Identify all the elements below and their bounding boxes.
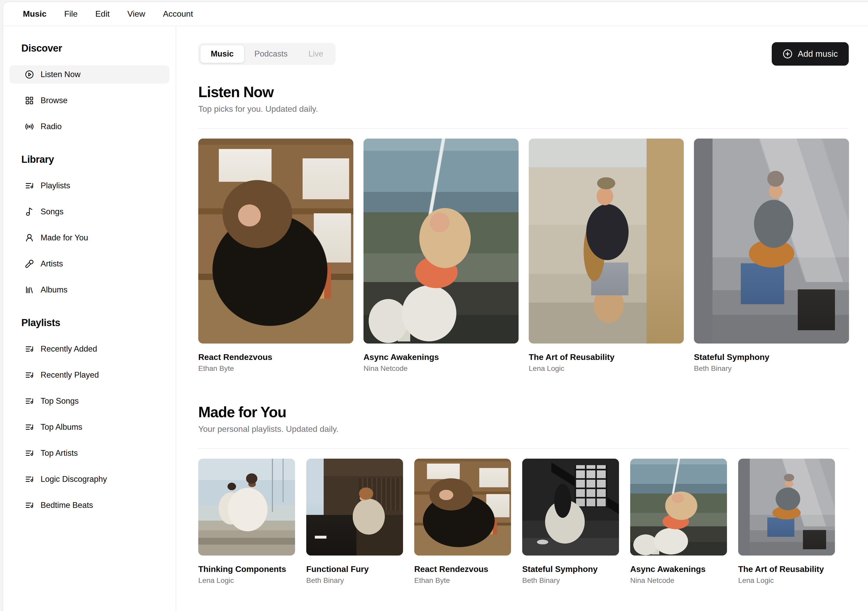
sidebar-item-label: Playlists [40, 181, 70, 190]
layout-grid-icon [25, 96, 34, 105]
album-artist: Lena Logic [738, 576, 835, 585]
sidebar-item-made-for-you[interactable]: Made for You [9, 229, 169, 247]
sidebar-item-radio[interactable]: Radio [9, 117, 169, 136]
album-art[interactable] [522, 459, 619, 555]
album-art[interactable] [738, 459, 835, 555]
app-window: Music File Edit View Account Discover Li… [3, 2, 868, 611]
radio-icon [25, 122, 34, 131]
sidebar-item-label: Top Songs [40, 396, 79, 406]
album-artist: Nina Netcode [630, 576, 727, 585]
tab-music[interactable]: Music [200, 45, 244, 63]
menubar-item-edit[interactable]: Edit [86, 6, 118, 21]
menubar-item-music[interactable]: Music [14, 6, 56, 21]
menubar-item-view[interactable]: View [118, 6, 154, 21]
album-title: Stateful Symphony [522, 564, 619, 574]
album-title: Async Awakenings [363, 352, 519, 362]
sidebar-item-recently-added[interactable]: Recently Added [9, 340, 169, 358]
music-note-icon [25, 207, 34, 216]
sidebar-item-listen-now[interactable]: Listen Now [9, 65, 169, 84]
list-music-icon [25, 501, 34, 510]
separator [198, 128, 849, 129]
main-content: Music Podcasts Live Add music Listen Now… [176, 26, 868, 611]
album-artist: Lena Logic [529, 364, 684, 373]
sidebar-item-label: Top Albums [40, 423, 82, 432]
album-artist: Ethan Byte [414, 576, 511, 585]
list-music-icon [25, 449, 34, 458]
sidebar-item-label: Top Artists [40, 448, 78, 458]
sidebar-item-logic-discography[interactable]: Logic Discography [9, 470, 169, 488]
list-music-icon [25, 423, 34, 432]
circle-plus-icon [783, 49, 792, 59]
microphone-icon [25, 260, 34, 268]
sidebar-item-label: Recently Added [40, 344, 97, 354]
album-art[interactable] [363, 138, 519, 344]
tab-live[interactable]: Live [298, 45, 333, 63]
sidebar-item-songs[interactable]: Songs [9, 203, 169, 221]
listen-now-title: Listen Now [198, 84, 849, 100]
sidebar-item-top-songs[interactable]: Top Songs [9, 392, 169, 410]
album-art[interactable] [198, 138, 353, 344]
album-card[interactable]: Stateful Symphony Beth Binary [522, 459, 619, 585]
sidebar-section-title-playlists: Playlists [21, 317, 169, 328]
album-artist: Lena Logic [198, 576, 295, 585]
sidebar-section-playlists: Playlists Recently Added Recently Played [9, 317, 169, 515]
list-music-icon [25, 371, 34, 379]
album-art[interactable] [414, 459, 511, 555]
album-card[interactable]: Async Awakenings Nina Netcode [630, 459, 727, 585]
sidebar-item-browse[interactable]: Browse [9, 92, 169, 110]
sidebar-item-label: Bedtime Beats [40, 501, 93, 510]
separator [198, 448, 849, 449]
sidebar-section-title-library: Library [21, 154, 169, 165]
made-for-you-title: Made for You [198, 404, 849, 420]
made-for-you-row: Thinking Components Lena Logic Functiona… [198, 459, 849, 585]
album-title: Stateful Symphony [694, 352, 849, 362]
album-art[interactable] [694, 138, 849, 344]
sidebar-item-label: Artists [40, 259, 63, 269]
sidebar-item-label: Logic Discography [40, 474, 107, 484]
album-card[interactable]: Thinking Components Lena Logic [198, 459, 295, 585]
sidebar-item-top-artists[interactable]: Top Artists [9, 444, 169, 462]
album-title: Async Awakenings [630, 564, 727, 574]
sidebar-item-bedtime-beats[interactable]: Bedtime Beats [9, 496, 169, 515]
library-icon [25, 285, 34, 294]
album-art[interactable] [198, 459, 295, 555]
user-icon [25, 233, 34, 242]
sidebar-section-discover: Discover Listen Now Browse [9, 43, 169, 136]
add-music-button[interactable]: Add music [772, 42, 849, 65]
album-card[interactable]: React Rendezvous Ethan Byte [414, 459, 511, 585]
album-card[interactable]: Async Awakenings Nina Netcode [363, 138, 519, 373]
sidebar-item-artists[interactable]: Artists [9, 255, 169, 273]
album-card[interactable]: The Art of Reusability Lena Logic [738, 459, 835, 585]
list-music-icon [25, 181, 34, 190]
sidebar-item-label: Made for You [40, 233, 88, 243]
album-artist: Beth Binary [522, 576, 619, 585]
sidebar-item-label: Radio [40, 122, 62, 131]
sidebar-item-label: Recently Played [40, 370, 99, 380]
album-art[interactable] [529, 138, 684, 344]
sidebar-item-top-albums[interactable]: Top Albums [9, 418, 169, 436]
album-artist: Ethan Byte [198, 364, 353, 373]
sidebar-item-label: Browse [40, 96, 67, 105]
menubar-item-account[interactable]: Account [154, 6, 202, 21]
menubar: Music File Edit View Account [3, 2, 868, 26]
album-card[interactable]: The Art of Reusability Lena Logic [529, 138, 684, 373]
sidebar-item-playlists[interactable]: Playlists [9, 177, 169, 195]
album-art[interactable] [630, 459, 727, 555]
album-artist: Nina Netcode [363, 364, 519, 373]
add-music-label: Add music [798, 49, 838, 59]
album-card[interactable]: React Rendezvous Ethan Byte [198, 138, 353, 373]
tab-podcasts[interactable]: Podcasts [244, 45, 298, 63]
menubar-item-file[interactable]: File [56, 6, 87, 21]
album-card[interactable]: Functional Fury Beth Binary [306, 459, 403, 585]
album-title: React Rendezvous [414, 564, 511, 574]
album-card[interactable]: Stateful Symphony Beth Binary [694, 138, 849, 373]
album-art[interactable] [306, 459, 403, 555]
album-artist: Beth Binary [306, 576, 403, 585]
tablist: Music Podcasts Live [198, 43, 336, 65]
sidebar-item-recently-played[interactable]: Recently Played [9, 366, 169, 384]
sidebar-section-library: Library Playlists Songs [9, 154, 169, 299]
circle-play-icon [25, 70, 34, 79]
sidebar-item-albums[interactable]: Albums [9, 281, 169, 299]
album-title: The Art of Reusability [738, 564, 835, 574]
list-music-icon [25, 345, 34, 353]
